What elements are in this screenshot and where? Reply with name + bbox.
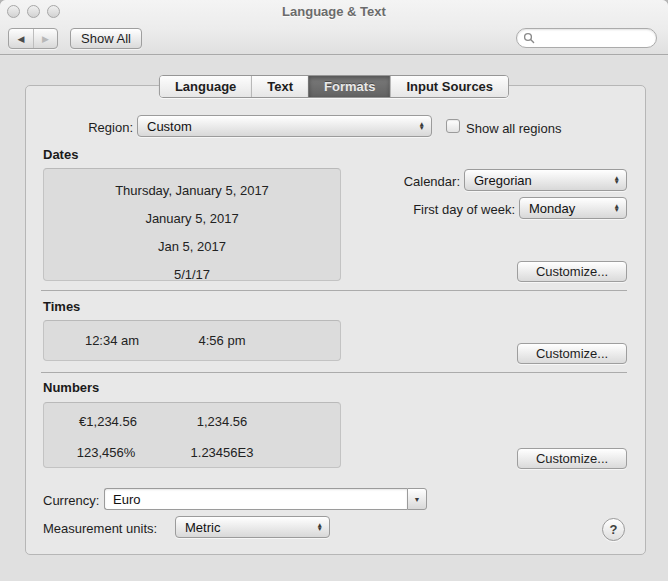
popup-stepper-icon: ▲▼ (614, 176, 620, 185)
times-customize-button[interactable]: Customize... (517, 343, 627, 364)
first-day-popup-value: Monday (529, 201, 575, 216)
popup-stepper-icon: ▲▼ (419, 122, 425, 131)
window-title: Language & Text (282, 4, 386, 19)
measurement-label: Measurement units: (43, 521, 157, 536)
currency-value[interactable]: Euro (104, 488, 407, 510)
search-icon (523, 32, 535, 44)
dates-header: Dates (43, 147, 78, 162)
times-sample-box: 12:34 am 4:56 pm (43, 320, 341, 361)
traffic-lights (7, 5, 60, 18)
numbers-customize-button[interactable]: Customize... (517, 448, 627, 469)
tab-text[interactable]: Text (251, 76, 308, 97)
number-sample-percent: 123,456% (77, 445, 136, 460)
tab-input-sources[interactable]: Input Sources (390, 76, 508, 97)
chevron-down-icon[interactable]: ▼ (407, 488, 427, 510)
preferences-window: Language & Text ◀ ▶ Show All Language Te… (0, 0, 668, 581)
show-all-button[interactable]: Show All (70, 28, 142, 49)
measurement-popup[interactable]: Metric ▲▼ (175, 516, 330, 538)
calendar-label: Calendar: (340, 174, 460, 189)
separator (41, 372, 627, 373)
close-button[interactable] (7, 5, 20, 18)
region-label: Region: (40, 120, 133, 135)
number-sample-scientific: 1.23456E3 (191, 445, 254, 460)
calendar-popup-value: Gregorian (474, 173, 532, 188)
dates-sample-box: Thursday, January 5, 2017 January 5, 201… (43, 168, 341, 281)
minimize-button[interactable] (27, 5, 40, 18)
popup-stepper-icon: ▲▼ (614, 204, 620, 213)
tab-bar: Language Text Formats Input Sources (159, 75, 509, 98)
content-area: Language Text Formats Input Sources Regi… (0, 56, 668, 581)
currency-combobox[interactable]: Euro ▼ (104, 488, 427, 510)
times-header: Times (43, 299, 80, 314)
show-all-regions-label: Show all regions (466, 121, 561, 136)
region-popup-value: Custom (147, 119, 192, 134)
back-button[interactable]: ◀ (9, 29, 33, 48)
search-input[interactable] (539, 31, 650, 45)
tab-language[interactable]: Language (160, 76, 251, 97)
region-popup[interactable]: Custom ▲▼ (137, 115, 432, 137)
number-sample-decimal: 1,234.56 (197, 414, 248, 429)
nav-buttons: ◀ ▶ (8, 28, 58, 49)
currency-label: Currency: (43, 493, 99, 508)
time-sample-pm: 4:56 pm (199, 333, 246, 348)
tab-formats[interactable]: Formats (308, 76, 390, 97)
date-sample-medium: Jan 5, 2017 (44, 233, 340, 261)
show-all-regions-checkbox[interactable] (446, 119, 460, 133)
calendar-popup[interactable]: Gregorian ▲▼ (464, 169, 627, 191)
dates-customize-button[interactable]: Customize... (517, 261, 627, 282)
numbers-header: Numbers (43, 380, 99, 395)
first-day-label: First day of week: (340, 202, 515, 217)
date-sample-full: Thursday, January 5, 2017 (44, 177, 340, 205)
first-day-popup[interactable]: Monday ▲▼ (519, 197, 627, 219)
separator (41, 290, 627, 291)
window-chrome: Language & Text ◀ ▶ Show All (0, 0, 668, 55)
forward-button[interactable]: ▶ (33, 29, 57, 48)
zoom-button[interactable] (47, 5, 60, 18)
popup-stepper-icon: ▲▼ (317, 523, 323, 532)
numbers-sample-box: €1,234.56 1,234.56 123,456% 1.23456E3 (43, 402, 341, 468)
search-field[interactable] (516, 28, 657, 48)
help-button[interactable]: ? (602, 518, 625, 541)
measurement-popup-value: Metric (185, 520, 220, 535)
date-sample-short: 5/1/17 (44, 261, 340, 289)
time-sample-am: 12:34 am (85, 333, 139, 348)
number-sample-currency: €1,234.56 (79, 414, 137, 429)
date-sample-long: January 5, 2017 (44, 205, 340, 233)
